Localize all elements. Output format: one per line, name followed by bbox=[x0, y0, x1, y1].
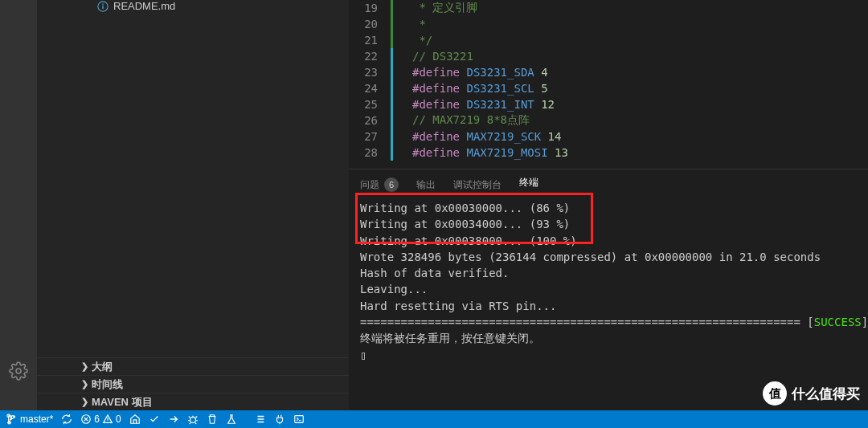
bottom-panel: 问题6 输出 调试控制台 终端 Writing at 0x00030000...… bbox=[349, 169, 868, 410]
watermark-text: 什么值得买 bbox=[792, 385, 860, 403]
terminal-output[interactable]: Writing at 0x00030000... (86 %)Writing a… bbox=[349, 198, 868, 365]
timeline-section[interactable]: ❯时间线 bbox=[37, 375, 349, 393]
outline-sections: ❯大纲 ❯时间线 ❯MAVEN 项目 bbox=[37, 357, 349, 410]
errors-status[interactable]: 6 0 bbox=[80, 414, 121, 425]
terminal-icon[interactable] bbox=[293, 414, 305, 425]
svg-point-0 bbox=[16, 369, 21, 373]
list-icon[interactable] bbox=[255, 414, 266, 425]
status-bar: master* 6 0 bbox=[0, 410, 868, 428]
outline-section[interactable]: ❯大纲 bbox=[37, 357, 349, 375]
file-tree-item[interactable]: README.md bbox=[97, 0, 175, 12]
trash-icon[interactable] bbox=[207, 414, 218, 425]
code-editor[interactable]: 19 * 定义引脚20 *21 */22// DS322123#define D… bbox=[349, 0, 868, 169]
gear-icon[interactable] bbox=[9, 361, 28, 381]
branch-icon bbox=[6, 414, 18, 425]
activity-bar bbox=[0, 0, 37, 410]
tab-debug-console[interactable]: 调试控制台 bbox=[453, 178, 502, 192]
check-icon[interactable] bbox=[149, 414, 160, 425]
svg-point-8 bbox=[190, 417, 195, 422]
watermark: 值 什么值得买 bbox=[763, 381, 860, 406]
chevron-right-icon: ❯ bbox=[81, 397, 88, 407]
file-name: README.md bbox=[113, 0, 175, 12]
svg-rect-9 bbox=[294, 416, 303, 423]
svg-rect-3 bbox=[102, 3, 103, 4]
svg-point-5 bbox=[8, 422, 10, 424]
watermark-icon: 值 bbox=[763, 381, 787, 406]
svg-point-6 bbox=[13, 416, 15, 418]
svg-point-4 bbox=[8, 415, 10, 418]
tab-terminal[interactable]: 终端 bbox=[519, 176, 538, 194]
svg-rect-2 bbox=[102, 5, 103, 8]
chevron-right-icon: ❯ bbox=[81, 361, 88, 372]
plug-icon[interactable] bbox=[274, 414, 285, 425]
error-icon bbox=[80, 414, 92, 425]
explorer-panel: README.md ❯大纲 ❯时间线 ❯MAVEN 项目 bbox=[37, 0, 349, 410]
info-icon bbox=[97, 1, 108, 12]
sync-button[interactable] bbox=[61, 414, 72, 425]
branch-status[interactable]: master* bbox=[6, 414, 53, 425]
tab-output[interactable]: 输出 bbox=[416, 178, 436, 192]
home-icon[interactable] bbox=[129, 414, 141, 425]
panel-tabs: 问题6 输出 调试控制台 终端 bbox=[349, 169, 868, 198]
maven-section[interactable]: ❯MAVEN 项目 bbox=[37, 393, 349, 410]
problems-badge: 6 bbox=[384, 177, 399, 192]
warning-icon bbox=[102, 414, 113, 425]
bug-icon[interactable] bbox=[187, 414, 199, 425]
tab-problems[interactable]: 问题6 bbox=[360, 177, 399, 192]
arrow-right-icon[interactable] bbox=[168, 414, 179, 425]
chevron-right-icon: ❯ bbox=[81, 379, 88, 389]
flask-icon[interactable] bbox=[226, 414, 237, 425]
